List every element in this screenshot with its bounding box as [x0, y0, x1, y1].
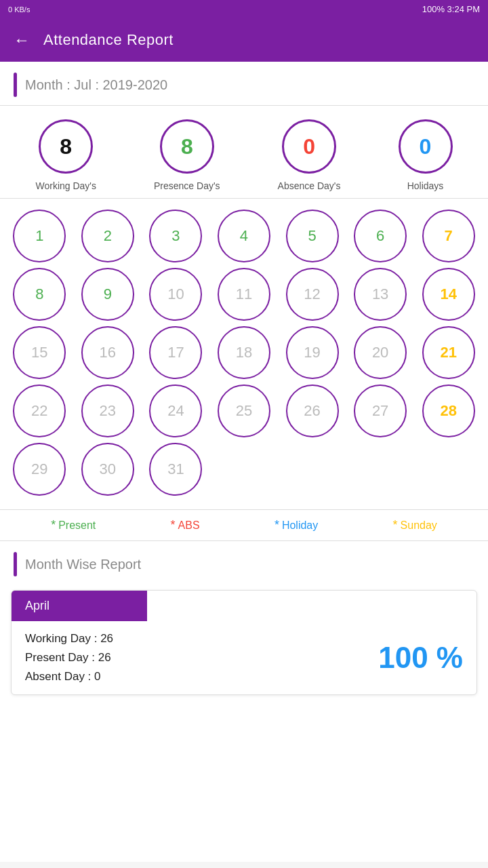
month-wise-section: Month Wise Report — [0, 541, 488, 585]
calendar-day-22[interactable]: 22 — [13, 384, 66, 437]
calendar-day-24[interactable]: 24 — [149, 384, 202, 437]
calendar-day-27[interactable]: 27 — [354, 384, 407, 437]
calendar-day-15[interactable]: 15 — [13, 326, 66, 379]
calendar-day-6[interactable]: 6 — [354, 210, 407, 262]
calendar-day-26[interactable]: 26 — [286, 384, 339, 437]
presence-days-label: Presence Day's — [154, 180, 220, 191]
report-percentage: 100 % — [378, 641, 463, 675]
content: Month : Jul : 2019-2020 8 Working Day's … — [0, 62, 488, 862]
month-section: Month : Jul : 2019-2020 — [0, 62, 488, 106]
calendar-day-18[interactable]: 18 — [218, 326, 270, 379]
absence-days-circle: 0 — [282, 119, 336, 174]
calendar-day-5[interactable]: 5 — [286, 210, 339, 262]
present-day-stat: Present Day : 26 — [25, 651, 113, 665]
legend-present: * Present — [51, 518, 96, 532]
month-label: Month : Jul : 2019-2020 — [25, 77, 167, 93]
working-days-circle: 8 — [39, 119, 93, 174]
calendar-day-29[interactable]: 29 — [13, 443, 66, 496]
summary-presence-days: 8 Presence Day's — [154, 119, 220, 191]
purple-accent-bar-2 — [14, 552, 17, 576]
calendar-day-19[interactable]: 19 — [286, 326, 339, 379]
calendar-day-17[interactable]: 17 — [149, 326, 202, 379]
status-bar: 0 KB/s 100% 3:24 PM — [0, 0, 488, 18]
calendar-day-28[interactable]: 28 — [422, 384, 475, 437]
calendar-day-31[interactable]: 31 — [149, 443, 202, 496]
legend-absent: * ABS — [171, 518, 200, 532]
calendar-day-23[interactable]: 23 — [81, 384, 134, 437]
absence-days-label: Absence Day's — [278, 180, 341, 191]
working-days-label: Working Day's — [35, 180, 96, 191]
calendar-day-3[interactable]: 3 — [149, 210, 202, 262]
calendar-day-10[interactable]: 10 — [149, 268, 202, 321]
calendar-day-8[interactable]: 8 — [13, 268, 66, 321]
summary-holidays: 0 Holidays — [399, 119, 453, 191]
report-stats: Working Day : 26 Present Day : 26 Absent… — [25, 632, 113, 684]
header: ← Attendance Report — [0, 18, 488, 62]
calendar-day-9[interactable]: 9 — [81, 268, 134, 321]
summary-absence-days: 0 Absence Day's — [278, 119, 341, 191]
calendar-day-11[interactable]: 11 — [218, 268, 270, 321]
calendar-day-12[interactable]: 12 — [286, 268, 339, 321]
back-button[interactable]: ← — [14, 31, 30, 50]
report-card: April Working Day : 26 Present Day : 26 … — [11, 590, 477, 695]
status-right: 100% 3:24 PM — [422, 4, 480, 14]
summary-working-days: 8 Working Day's — [35, 119, 96, 191]
calendar: 1234567891011121314151617181920212223242… — [0, 199, 488, 507]
calendar-day-16[interactable]: 16 — [81, 326, 134, 379]
report-card-body: Working Day : 26 Present Day : 26 Absent… — [12, 621, 476, 694]
calendar-day-25[interactable]: 25 — [218, 384, 270, 437]
calendar-day-30[interactable]: 30 — [81, 443, 134, 496]
calendar-grid: 1234567891011121314151617181920212223242… — [8, 210, 480, 496]
calendar-day-20[interactable]: 20 — [354, 326, 407, 379]
holidays-label: Holidays — [407, 180, 444, 191]
presence-days-circle: 8 — [160, 119, 214, 174]
legend-holiday: * Holiday — [274, 518, 318, 532]
calendar-day-13[interactable]: 13 — [354, 268, 407, 321]
report-card-month: April — [12, 591, 147, 621]
purple-accent-bar — [14, 73, 17, 97]
summary-row: 8 Working Day's 8 Presence Day's 0 Absen… — [0, 106, 488, 199]
calendar-day-7[interactable]: 7 — [422, 210, 475, 262]
legend-sunday: * Sunday — [393, 518, 437, 532]
month-wise-title: Month Wise Report — [25, 557, 141, 572]
calendar-day-1[interactable]: 1 — [13, 210, 66, 262]
holidays-circle: 0 — [399, 119, 453, 174]
absent-day-stat: Absent Day : 0 — [25, 670, 113, 684]
calendar-day-4[interactable]: 4 — [218, 210, 270, 262]
calendar-day-14[interactable]: 14 — [422, 268, 475, 321]
calendar-day-21[interactable]: 21 — [422, 326, 475, 379]
legend: * Present * ABS * Holiday * Sunday — [0, 509, 488, 541]
page-title: Attendance Report — [43, 31, 174, 49]
calendar-day-2[interactable]: 2 — [81, 210, 134, 262]
status-left: 0 KB/s — [8, 5, 30, 14]
working-day-stat: Working Day : 26 — [25, 632, 113, 646]
